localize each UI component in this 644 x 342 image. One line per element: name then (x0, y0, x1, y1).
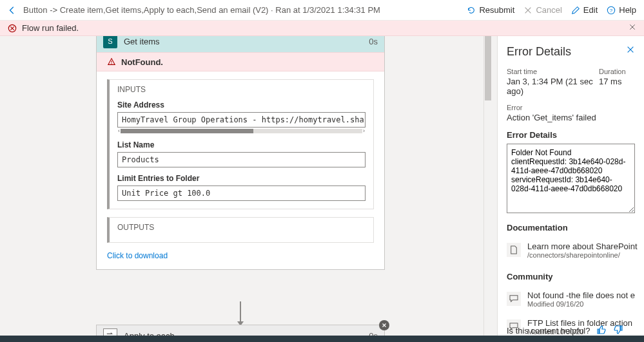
documentation-heading: Documentation (507, 223, 635, 233)
sharepoint-icon: S (103, 36, 117, 48)
error-label: Error (507, 104, 635, 111)
start-time-label: Start time (507, 68, 594, 75)
svg-point-4 (111, 63, 112, 64)
status-bar (0, 336, 644, 342)
question-icon: ? (607, 6, 616, 15)
error-value: Action 'Get_items' failed (507, 113, 635, 122)
limit-entries-field[interactable]: Unit Price gt 100.0 (117, 185, 366, 201)
outputs-title: OUTPUTS (117, 223, 366, 232)
limit-entries-label: Limit Entries to Folder (117, 174, 366, 183)
site-address-label: Site Address (117, 100, 366, 109)
action-card-get-items[interactable]: S Get items 0s NotFound. INPUTS Site Add… (96, 36, 385, 270)
resubmit-button[interactable]: Resubmit (467, 5, 514, 15)
outputs-panel: OUTPUTS (107, 217, 374, 243)
action-name: Get items (124, 37, 362, 46)
documentation-link[interactable]: Learn more about SharePoint /connectors/… (507, 236, 635, 264)
duration-label: Duration (599, 68, 635, 75)
refresh-icon (467, 6, 476, 15)
thumbs-up-icon (596, 325, 607, 335)
thumbs-down-icon (613, 325, 623, 335)
download-outputs-link[interactable]: Click to download (107, 251, 168, 260)
inputs-panel: INPUTS Site Address HomyTravel Group Ope… (107, 79, 374, 209)
cancel-button: Cancel (523, 5, 561, 15)
error-details-textarea[interactable] (507, 144, 635, 213)
list-name-label: List Name (117, 140, 366, 149)
dismiss-banner-button[interactable] (629, 23, 636, 33)
error-circle-icon (8, 24, 17, 33)
duration-value: 17 ms (599, 77, 635, 86)
start-time-value: Jan 3, 1:34 PM (21 sec ago) (507, 77, 594, 96)
close-panel-button[interactable] (626, 45, 635, 56)
flow-error-banner: Flow run failed. (0, 21, 644, 36)
action-duration: 0s (369, 37, 378, 46)
error-details-panel: Error Details Start time Jan 3, 1:34 PM … (497, 36, 644, 342)
chat-icon (507, 292, 521, 306)
community-heading: Community (507, 272, 635, 281)
community-link-0[interactable]: Not found -the file does not exist. Modi… (507, 285, 635, 313)
delete-action-button[interactable] (379, 320, 389, 330)
site-address-scrollbar[interactable]: ‹› (117, 128, 366, 134)
flow-error-text: Flow run failed. (22, 23, 79, 33)
run-title: Button -> Create item,Get items,Apply to… (23, 5, 380, 15)
svg-text:?: ? (610, 7, 613, 13)
run-canvas[interactable]: S Get items 0s NotFound. INPUTS Site Add… (0, 36, 489, 342)
action-error-label: NotFound. (121, 57, 163, 67)
error-details-label: Error Details (507, 130, 635, 140)
edit-button[interactable]: Edit (571, 5, 598, 15)
top-bar: Button -> Create item,Get items,Apply to… (0, 0, 644, 21)
panel-title: Error Details (507, 45, 635, 59)
list-name-field[interactable]: Products (117, 152, 366, 167)
action-header[interactable]: S Get items 0s (97, 36, 384, 52)
close-icon (382, 323, 387, 328)
back-icon[interactable] (8, 6, 17, 15)
document-icon (507, 243, 521, 257)
canvas-scrollbar[interactable]: ▴ ▾ (483, 36, 491, 342)
close-icon (629, 23, 636, 31)
inputs-title: INPUTS (117, 85, 366, 94)
flow-connector (240, 301, 241, 322)
help-button[interactable]: ? Help (607, 5, 636, 15)
x-icon (523, 6, 532, 15)
site-address-field[interactable]: HomyTravel Group Operations - https://ho… (117, 112, 366, 128)
pencil-icon (571, 6, 580, 15)
action-error-banner: NotFound. (97, 52, 384, 71)
warning-icon (107, 57, 116, 66)
close-icon (626, 45, 635, 54)
